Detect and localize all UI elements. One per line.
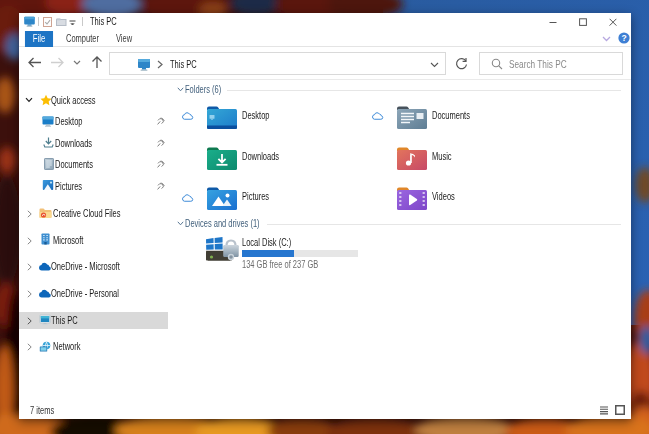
svg-text:?: ?: [621, 33, 626, 43]
